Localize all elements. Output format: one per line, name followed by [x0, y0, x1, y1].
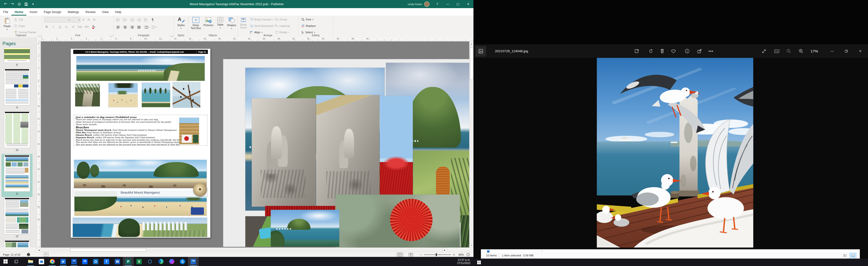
scroll-right-arrow[interactable]: ▶: [443, 248, 447, 252]
info-button[interactable]: [681, 44, 693, 58]
vertical-scrollbar[interactable]: ▲ ▼: [469, 41, 474, 247]
restore-button[interactable]: [841, 44, 852, 58]
page-thumbnail-12[interactable]: 12: [1, 198, 33, 240]
line-spacing-button[interactable]: ↕▾: [144, 25, 149, 30]
character-spacing-button[interactable]: AV▾: [85, 24, 89, 29]
touch-mode-icon[interactable]: [16, 1, 22, 7]
page-photo-shags-in-tree[interactable]: [173, 82, 200, 108]
file-explorer-window-partial[interactable]: ⌄ 10 items 1 item selected 3.59 MB: [481, 249, 860, 259]
zoom-slider[interactable]: [424, 255, 451, 255]
page-photo-panorama-headland[interactable]: [76, 56, 205, 81]
cut-button[interactable]: Cut: [14, 17, 36, 22]
scratch-photo-sandcastle-1[interactable]: [252, 98, 316, 207]
page-header-bar[interactable]: CC's Mount Maunganui, Tauranga InfoPac, …: [73, 50, 208, 54]
fit-page-button[interactable]: [466, 253, 470, 256]
taskbar-skype[interactable]: S: [177, 257, 188, 266]
close-button[interactable]: ✕: [855, 44, 866, 58]
italic-button[interactable]: I: [51, 24, 56, 29]
ungroup-button[interactable]: Ungroup: [275, 23, 290, 28]
wrap-text-button[interactable]: WrapText ▾: [239, 16, 248, 35]
columns-button[interactable]: ▾: [144, 17, 148, 22]
paragraph-styles-button[interactable]: ✎▾: [151, 25, 158, 30]
tab-home[interactable]: Home: [11, 10, 26, 15]
save-icon[interactable]: [23, 1, 29, 7]
details-view-toggle[interactable]: [842, 253, 848, 258]
send-backward-button[interactable]: Send Backward▾: [250, 23, 275, 28]
taskbar-teamviewer[interactable]: ⇄: [58, 257, 68, 266]
replace-button[interactable]: Replace: [301, 23, 316, 28]
scroll-up-arrow[interactable]: ▲: [470, 42, 473, 45]
grow-font-button[interactable]: A^: [82, 17, 86, 22]
tab-help[interactable]: Help: [112, 10, 125, 15]
draw-text-box-button[interactable]: A DrawText Box: [190, 15, 202, 34]
page-photo-coastal-suburb[interactable]: [73, 218, 207, 237]
tab-page-design[interactable]: Page Design: [40, 10, 65, 15]
decrease-indent-button[interactable]: ◂: [130, 17, 134, 22]
horizontal-scrollbar[interactable]: ◀ ▶: [36, 247, 447, 252]
scratch-photo-mount-inset[interactable]: [271, 210, 339, 247]
bullets-button[interactable]: ▾: [116, 17, 120, 22]
page-indicator[interactable]: Page: 11 of 32: [3, 253, 21, 256]
zoom-out-button[interactable]: −: [420, 253, 422, 257]
zoom-in-button[interactable]: +: [453, 253, 455, 257]
page-thumbnail-13[interactable]: [1, 240, 33, 247]
shapes-button[interactable]: Shapes▾: [226, 15, 238, 34]
shrink-font-button[interactable]: A˅: [87, 17, 91, 22]
chevron-down-icon[interactable]: ⌄: [541, 249, 543, 252]
taskbar-file-explorer[interactable]: [25, 257, 36, 266]
minimize-button[interactable]: —: [827, 44, 838, 58]
task-view-button[interactable]: [11, 257, 22, 266]
font-name-combo[interactable]: ▾: [44, 17, 70, 23]
numbering-button[interactable]: ▾: [123, 17, 127, 22]
see-all-photos-button[interactable]: [475, 46, 486, 57]
scroll-down-arrow[interactable]: ▼: [470, 243, 473, 247]
align-right-button[interactable]: [130, 25, 134, 30]
share-button[interactable]: [694, 44, 705, 58]
help-button[interactable]: ?: [432, 0, 442, 8]
caption-text-box[interactable]: Beautiful Mount Maunganui: [73, 188, 207, 197]
scroll-left-arrow[interactable]: ◀: [37, 248, 41, 252]
vertical-scrollbar-thumb[interactable]: [470, 47, 473, 80]
horizontal-scrollbar-thumb[interactable]: [70, 248, 146, 252]
justify-button[interactable]: [136, 25, 141, 30]
more-options-button[interactable]: •••: [705, 44, 717, 58]
font-color-button[interactable]: A▾: [92, 24, 96, 29]
redo-icon[interactable]: [9, 1, 15, 7]
page-photo-reserve-sign[interactable]: [179, 118, 199, 144]
actual-size-button[interactable]: 1:1: [771, 44, 782, 58]
taskbar-facebook[interactable]: f: [101, 257, 112, 266]
increase-indent-button[interactable]: ▸: [136, 17, 141, 22]
zoom-out-button[interactable]: [783, 44, 794, 58]
tab-review[interactable]: Review: [82, 10, 99, 15]
publisher-titlebar[interactable]: ▾ Mount Maunganui Tauranga InfoPac Novem…: [0, 0, 473, 8]
underline-button[interactable]: U: [58, 24, 62, 29]
document-page-11[interactable]: CC's Mount Maunganui, Tauranga InfoPac, …: [71, 49, 210, 238]
paste-button[interactable]: Paste▾: [1, 16, 13, 35]
customize-qat-icon[interactable]: ▾: [30, 1, 36, 7]
signed-in-user[interactable]: cindy foster: [408, 3, 422, 6]
table-button[interactable]: Table▾: [215, 15, 226, 34]
taskbar-edge[interactable]: [155, 257, 166, 266]
align-center-button[interactable]: [123, 25, 127, 30]
taskbar-chrome[interactable]: [47, 257, 58, 266]
page-photo-bush-path[interactable]: [75, 84, 100, 106]
find-button[interactable]: Find▾: [301, 17, 316, 22]
taskbar-word[interactable]: W: [112, 257, 123, 266]
taskbar-photo-app[interactable]: [68, 257, 80, 266]
tab-insert[interactable]: Insert: [26, 10, 40, 15]
delete-button[interactable]: [656, 44, 668, 58]
minimize-button[interactable]: —: [442, 0, 453, 8]
superscript-button[interactable]: x²: [71, 24, 75, 29]
rotate-button[interactable]: [645, 44, 656, 58]
edit-image-button[interactable]: [631, 44, 643, 58]
scratch-photo-sandcastle-2[interactable]: [316, 95, 379, 207]
start-button-right[interactable]: [473, 259, 484, 266]
taskbar-messenger[interactable]: [166, 257, 177, 266]
taskbar-media-app[interactable]: [145, 257, 155, 266]
large-icons-view-toggle[interactable]: [850, 253, 856, 258]
tab-mailings[interactable]: Mailings: [65, 10, 82, 15]
taskbar-outlook[interactable]: O: [90, 257, 101, 266]
favorite-button[interactable]: [668, 44, 679, 58]
copy-button[interactable]: Copy: [14, 23, 36, 28]
taskbar-publisher-active[interactable]: P: [123, 257, 134, 266]
